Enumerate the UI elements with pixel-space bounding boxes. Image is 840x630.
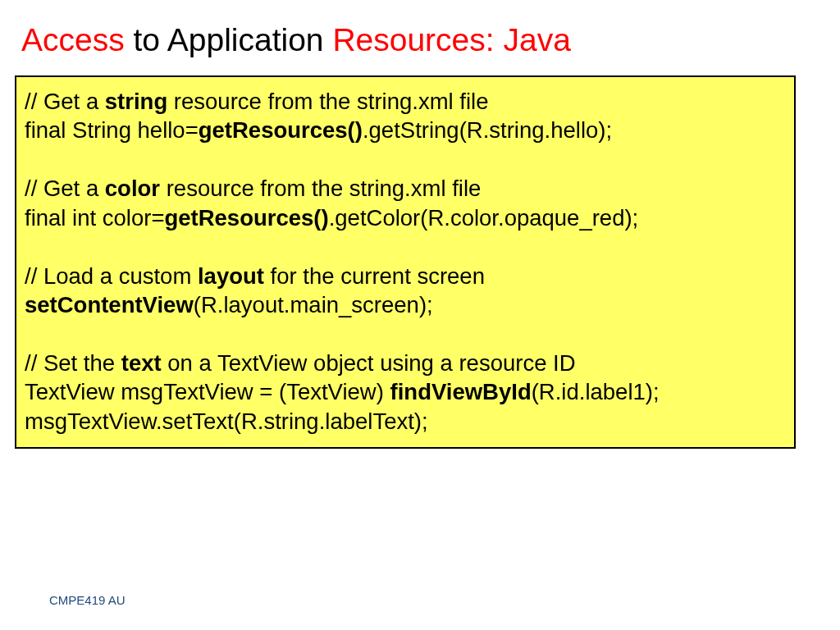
code-line-1: // Get a string resource from the string… — [25, 87, 786, 116]
code-line-4: final int color=getResources().getColor(… — [25, 203, 786, 232]
code-line-7: // Set the text on a TextView object usi… — [25, 349, 786, 377]
code-line-3: // Get a color resource from the string.… — [25, 174, 786, 203]
footer-course-code: CMPE419 AU — [49, 593, 126, 607]
code-line-2: final String hello=getResources().getStr… — [25, 116, 786, 144]
code-example-box: // Get a string resource from the string… — [15, 75, 796, 449]
code-line-5: // Load a custom layout for the current … — [25, 262, 786, 290]
title-part-mid: to Application — [125, 22, 333, 57]
title-part-resources: Resources: Java — [332, 22, 570, 57]
code-line-8: TextView msgTextView = (TextView) findVi… — [25, 377, 786, 406]
slide-title: Access to Application Resources: Java — [0, 0, 840, 58]
title-part-access: Access — [21, 22, 125, 57]
code-line-9: msgTextView.setText(R.string.labelText); — [25, 407, 786, 436]
code-line-6: setContentView(R.layout.main_screen); — [25, 290, 786, 319]
